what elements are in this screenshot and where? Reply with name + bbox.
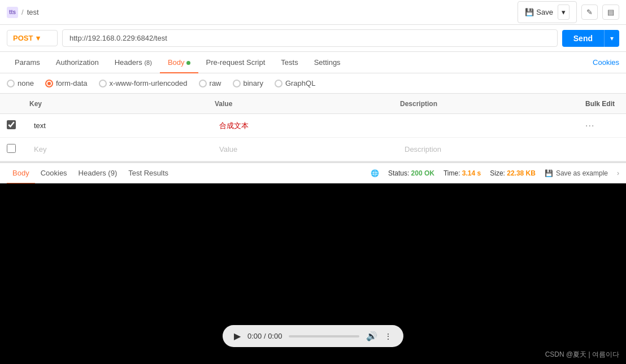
tab-headers[interactable]: Headers (8) [107,52,160,73]
comment-icon: ▤ [607,8,614,16]
header-key: Key [29,100,215,108]
body-type-urlencoded[interactable]: x-www-form-urlencoded [99,79,188,87]
status-label: Status: 200 OK [388,169,434,177]
send-button[interactable]: Send [562,30,604,47]
play-button[interactable]: ▶ [234,331,241,341]
save-icon: 💾 [525,8,534,16]
edit-icon-button[interactable]: ✎ [581,5,598,20]
table-row: text 合成文本 ··· [0,114,626,138]
save-as-example-button[interactable]: 💾 Save as example [545,169,608,177]
globe-icon: 🌐 [371,169,379,177]
method-chevron-icon: ▾ [36,34,40,42]
header-value: Value [215,100,400,108]
save-button[interactable]: 💾 Save ▾ [518,1,577,23]
save-example-icon: 💾 [545,169,553,177]
radio-binary [233,80,241,87]
send-group: Send ▾ [562,30,619,47]
response-more-icon[interactable]: › [617,169,619,177]
radio-raw [199,80,207,87]
player-more-button[interactable]: ⋮ [384,332,392,341]
body-type-raw[interactable]: raw [199,79,221,87]
radio-form-data [45,80,53,87]
row-checkbox-cell [7,120,29,131]
resp-tab-headers[interactable]: Headers (9) [73,163,123,184]
resp-tab-body[interactable]: Body [7,163,35,184]
url-input[interactable] [62,29,558,47]
method-select[interactable]: POST ▾ [7,30,58,46]
tab-authorization[interactable]: Authorization [48,52,107,73]
radio-urlencoded [99,80,107,87]
url-bar: POST ▾ Send ▾ [0,25,626,52]
header-description: Description [400,100,585,108]
top-bar: tts / test 💾 Save ▾ ✎ ▤ [0,0,626,25]
row-key[interactable]: text [29,121,215,130]
status-value: 200 OK [411,169,434,177]
empty-row-key[interactable]: Key [29,145,215,154]
row-checkbox[interactable] [7,120,16,129]
progress-bar[interactable] [289,335,359,337]
media-player-area: ▶ 0:00 / 0:00 🔊 ⋮ CSDN @夏天 | 여름이다 [0,183,626,364]
body-type-none[interactable]: none [7,79,34,87]
time-value: 3.14 s [462,169,481,177]
form-data-table: Key Value Description Bulk Edit text 合成文… [0,94,626,161]
row-value[interactable]: 合成文本 [215,121,400,131]
size-value: 22.38 KB [507,169,536,177]
tab-settings[interactable]: Settings [306,52,349,73]
breadcrumb-item: test [27,8,39,16]
empty-row-checkbox-cell [7,144,29,155]
tab-pre-request[interactable]: Pre-request Script [198,52,273,73]
table-row-empty: Key Value Description [0,138,626,161]
request-tabs-row: Params Authorization Headers (8) Body Pr… [0,52,626,73]
table-header: Key Value Description Bulk Edit [0,94,626,114]
resp-tab-test-results[interactable]: Test Results [123,163,174,184]
watermark: CSDN @夏天 | 여름이다 [545,350,619,359]
save-dropdown-chevron[interactable]: ▾ [558,5,570,20]
body-type-form-data[interactable]: form-data [45,79,88,87]
comment-icon-button[interactable]: ▤ [602,5,619,20]
response-tabs-row: Body Cookies Headers (9) Test Results 🌐 … [0,162,626,183]
volume-button[interactable]: 🔊 [366,331,377,341]
time-label: Time: 3.14 s [444,169,481,177]
send-dropdown-chevron[interactable]: ▾ [604,30,619,47]
top-bar-actions: 💾 Save ▾ ✎ ▤ [518,1,619,23]
empty-row-description[interactable]: Description [400,145,585,154]
empty-row-checkbox[interactable] [7,144,16,153]
empty-row-value[interactable]: Value [215,145,400,154]
breadcrumb-separator: / [21,8,24,16]
row-more-button[interactable]: ··· [585,121,619,131]
main-content: POST ▾ Send ▾ Params Authorization Heade… [0,25,626,364]
body-type-row: none form-data x-www-form-urlencoded raw… [0,73,626,94]
body-type-graphql[interactable]: GraphQL [275,79,315,87]
request-section: POST ▾ Send ▾ Params Authorization Heade… [0,25,626,162]
response-status: 🌐 Status: 200 OK Time: 3.14 s Size: 22.3… [371,169,619,177]
radio-graphql [275,80,282,87]
cookies-link[interactable]: Cookies [593,58,619,67]
response-section: Body Cookies Headers (9) Test Results 🌐 … [0,162,626,364]
video-controls: ▶ 0:00 / 0:00 🔊 ⋮ [223,325,403,347]
breadcrumb: tts / test [7,7,39,18]
body-type-binary[interactable]: binary [233,79,263,87]
resp-tab-cookies[interactable]: Cookies [35,163,73,184]
radio-none [7,80,15,87]
size-label: Size: 22.38 KB [490,169,536,177]
tab-tests[interactable]: Tests [273,52,306,73]
app-icon: tts [7,7,18,18]
playback-time: 0:00 / 0:00 [247,332,282,340]
bulk-edit-button[interactable]: Bulk Edit [585,100,619,108]
tab-params[interactable]: Params [7,52,48,73]
tab-body[interactable]: Body [160,52,198,73]
edit-icon: ✎ [586,8,593,16]
